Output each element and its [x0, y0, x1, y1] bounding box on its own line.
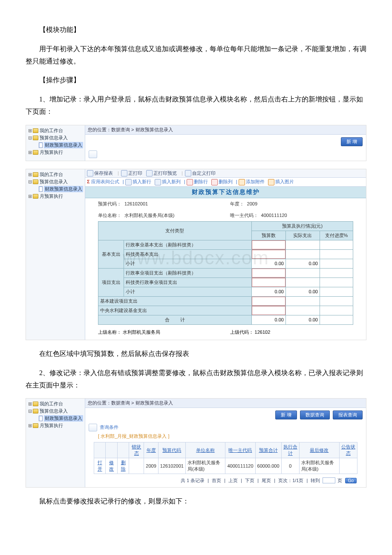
value-cell	[285, 296, 320, 306]
document-icon	[39, 142, 43, 148]
th-link[interactable]: 执行合计	[283, 444, 297, 456]
th-total[interactable]: 预算合计	[255, 442, 281, 458]
tree-month-exec[interactable]: ⊞ 月预算执行	[28, 149, 83, 156]
th-pub[interactable]: 公告状态	[339, 442, 357, 458]
tree-my-workbench[interactable]: ⊞ 我的工作台	[28, 127, 83, 134]
report-toolbar: 保存报表 | 正打印 正打印预览 | 自定义打印	[85, 169, 366, 178]
collapse-icon[interactable]: ⊟	[28, 179, 32, 185]
tree-fiscal-entry[interactable]: 财政预算信息录入	[28, 415, 83, 422]
pager-page-input[interactable]	[323, 477, 335, 483]
toolbar-label: 插入图片	[275, 179, 294, 184]
pager-go-button[interactable]: Go	[345, 478, 357, 483]
edit-link[interactable]: 修改	[106, 458, 117, 474]
pager-next[interactable]: 下页	[245, 478, 254, 483]
th-link[interactable]: 年度	[147, 448, 156, 453]
th-link[interactable]: 单位名称	[196, 448, 215, 453]
th-link[interactable]: 预算代码	[162, 448, 181, 453]
expand-icon[interactable]: ⊞	[28, 401, 32, 407]
th-unit-name[interactable]: 单位名称	[185, 442, 225, 458]
toolbar-label: 插入新列	[162, 179, 181, 184]
insert-row-button[interactable]: 插入新行	[125, 179, 151, 185]
formula-button[interactable]: Σ 应用表间公式	[87, 179, 119, 185]
toolbar-label: 应用表间公式	[91, 179, 119, 184]
pager-first[interactable]: 首页	[212, 478, 221, 483]
new-button[interactable]: 新 增	[275, 410, 297, 419]
th-main-code[interactable]: 唯一主代码	[225, 442, 255, 458]
preview-button[interactable]: 正打印预览	[146, 170, 177, 177]
save-report-button[interactable]: 保存报表	[87, 170, 113, 177]
new-button[interactable]: 新 增	[341, 137, 363, 146]
insert-col-button[interactable]: 插入新列	[155, 179, 181, 185]
expand-icon[interactable]: ⊞	[28, 194, 32, 199]
input-cell[interactable]	[251, 249, 285, 259]
report-info-row-2: 单位名称： 水利部机关服务局(本级) 唯一主代码： 4000111120	[85, 210, 366, 221]
record-grid: 锁状态 年度 预算代码 单位名称 唯一主代码 预算合计 执行合计 最后修改 公告…	[94, 442, 357, 474]
input-cell[interactable]	[251, 268, 285, 278]
th-budget-code[interactable]: 预算代码	[158, 442, 185, 458]
pager-last[interactable]: 尾页	[262, 478, 271, 483]
tree-my-workbench[interactable]: ⊞ 我的工作台	[28, 171, 83, 178]
input-cell[interactable]	[251, 278, 285, 287]
tree-month-exec[interactable]: ⊞ 月预算执行	[28, 422, 83, 429]
tree-label: 月预算执行	[40, 149, 63, 156]
folder-icon	[33, 179, 38, 184]
input-cell[interactable]	[251, 306, 285, 315]
expand-icon[interactable]: ⊞	[28, 423, 32, 428]
value-cell	[285, 278, 320, 287]
row-total: 合 计	[98, 315, 252, 324]
cell-unit-name: 水利部机关服务局(本级)	[185, 458, 225, 474]
th-link[interactable]: 预算合计	[259, 448, 278, 453]
pager-prev[interactable]: 上页	[228, 478, 238, 483]
tree-fiscal-entry[interactable]: 财政预算信息录入	[28, 185, 83, 193]
tree-month-exec[interactable]: ⊞ 月预算执行	[28, 193, 83, 200]
expand-icon[interactable]: ⊞	[28, 128, 32, 133]
preview-icon	[146, 170, 153, 176]
open-link[interactable]: 打开	[94, 458, 106, 474]
sup-name-label: 上级名称：	[98, 330, 121, 335]
tree-label: 我的工作台	[40, 171, 63, 178]
figure-3: ⊞ 我的工作台 ⊟ 预算信息录入 财政预算信息录入 ⊞ 月预算执行	[26, 398, 366, 488]
delete-link[interactable]: 删除	[117, 458, 129, 474]
report-table: 支付类型 预算及执行情况(元) 预算数 实际支出 支付进度% 基本支出 行政事业…	[98, 221, 353, 325]
print-button[interactable]: 正打印	[121, 170, 142, 177]
sup-name-value: 水利部机关服务局	[123, 330, 160, 335]
th-exec-total[interactable]: 执行合计	[281, 442, 299, 458]
insert-image-button[interactable]: 插入图片	[268, 179, 294, 185]
th-lock[interactable]: 锁状态	[129, 442, 144, 458]
th-year[interactable]: 年度	[144, 442, 158, 458]
delete-col-button[interactable]: 删除列	[211, 179, 233, 185]
input-cell[interactable]	[251, 240, 285, 249]
toolbar-icon[interactable]	[89, 150, 97, 158]
expand-icon[interactable]: ⊞	[28, 172, 32, 177]
th-link[interactable]: 公告状态	[341, 444, 355, 456]
toolbar-label: 删除行	[194, 179, 208, 184]
th-link[interactable]: 锁状态	[132, 444, 141, 456]
tree-budget-entry[interactable]: ⊟ 预算信息录入	[28, 408, 83, 415]
delete-row-button[interactable]: 删除行	[187, 179, 208, 185]
value-cell	[320, 315, 353, 324]
input-cell[interactable]	[251, 296, 285, 306]
tree-budget-entry[interactable]: ⊟ 预算信息录入	[28, 178, 83, 185]
print-settings-icon	[185, 170, 191, 176]
th-last-mod[interactable]: 最后修改	[300, 442, 339, 458]
toolbar-label: 保存报表	[94, 171, 113, 176]
tree-fiscal-entry[interactable]: 财政预算信息录入	[28, 142, 83, 149]
th-link[interactable]: 最后修改	[310, 448, 329, 453]
tree-budget-entry[interactable]: ⊟ 预算信息录入	[28, 134, 83, 142]
search-bar[interactable]: 查询条件	[85, 422, 366, 432]
custom-print-button[interactable]: 自定义打印	[185, 170, 216, 177]
row-basic-subtotal: 小计	[124, 259, 252, 268]
value-cell	[320, 249, 353, 259]
expand-icon[interactable]: ⊞	[28, 150, 32, 155]
th-del	[117, 442, 129, 458]
collapse-icon[interactable]: ⊟	[28, 135, 32, 141]
data-query-button[interactable]: 数据查询	[300, 410, 330, 419]
cell-year: 2009	[144, 458, 158, 474]
report-query-button[interactable]: 报表查询	[333, 410, 363, 419]
add-attach-button[interactable]: 添加附件	[239, 179, 265, 185]
tree-my-workbench[interactable]: ⊞ 我的工作台	[28, 400, 83, 408]
row-basic-2: 科技类基本支出	[124, 249, 252, 259]
collapse-icon[interactable]: ⊟	[28, 408, 32, 414]
folder-icon	[33, 409, 38, 413]
th-link[interactable]: 唯一主代码	[228, 448, 252, 453]
